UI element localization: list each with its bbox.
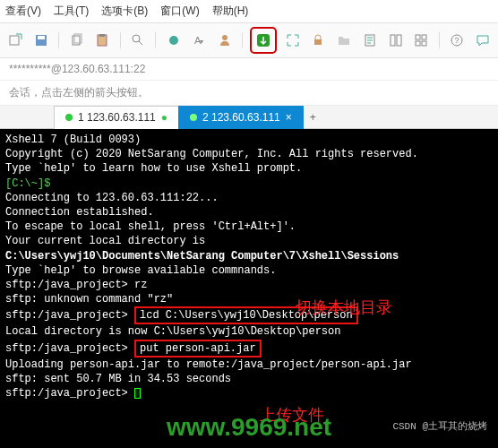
tab-label: 1 123.60.63.111 xyxy=(78,111,156,124)
folder-icon[interactable] xyxy=(334,30,355,51)
svg-rect-17 xyxy=(416,35,420,39)
terminal-line: To escape to local shell, press 'Ctrl+Al… xyxy=(5,220,493,234)
menu-tools[interactable]: 工具(T) xyxy=(54,4,89,19)
svg-rect-2 xyxy=(38,36,45,39)
copy-icon[interactable] xyxy=(66,30,87,51)
terminal-line: sftp:/java_project> xyxy=(5,386,493,401)
menu-help[interactable]: 帮助(H) xyxy=(212,4,249,19)
svg-rect-18 xyxy=(422,35,426,39)
grid-icon[interactable] xyxy=(411,30,432,51)
terminal-line: [C:\~]$ xyxy=(5,177,493,191)
add-tab-button[interactable]: + xyxy=(303,109,323,125)
terminal-line: Type `help' to browse available commnand… xyxy=(5,263,493,278)
chat-icon[interactable] xyxy=(472,30,493,51)
file-transfer-icon[interactable] xyxy=(253,30,274,51)
toolbar-divider xyxy=(120,32,121,48)
address-bar[interactable]: **********@123.60.63.111:22 xyxy=(0,58,498,81)
svg-rect-13 xyxy=(314,39,322,45)
fullscreen-icon[interactable] xyxy=(282,30,303,51)
toolbar: A▾ ? xyxy=(0,23,498,58)
annotation-upload: 上传文件 xyxy=(260,405,324,426)
terminal-line: sftp:/java_project> lcd C:\Users\ywj10\D… xyxy=(5,306,493,324)
tab-session-2[interactable]: 2 123.60.63.111 × xyxy=(178,106,304,129)
menu-tabs[interactable]: 选项卡(B) xyxy=(101,4,148,19)
toolbar-divider xyxy=(439,32,440,48)
terminal-line: Your current local directory is xyxy=(5,234,493,248)
toolbar-divider xyxy=(155,32,156,48)
user-icon[interactable] xyxy=(215,30,236,51)
save-icon[interactable] xyxy=(31,30,52,51)
terminal-line: Local directory is now C:\Users\ywj10\De… xyxy=(5,324,493,339)
site-watermark: www.9969.net xyxy=(0,410,498,444)
menu-view[interactable]: 查看(V) xyxy=(5,4,41,19)
tab-bar: 1 123.60.63.111 ● 2 123.60.63.111 × + xyxy=(0,106,498,129)
menu-bar: 查看(V) 工具(T) 选项卡(B) 窗口(W) 帮助(H) xyxy=(0,0,498,23)
transfer-button-highlight xyxy=(250,27,277,54)
svg-rect-0 xyxy=(10,36,19,45)
new-session-icon[interactable] xyxy=(5,30,26,51)
layout-icon[interactable] xyxy=(385,30,406,51)
terminal-line: Type `help' to learn how to use Xshell p… xyxy=(5,161,493,176)
svg-rect-6 xyxy=(99,34,105,37)
terminal-line: sftp: sent 50.7 MB in 34.53 seconds xyxy=(5,372,493,386)
terminal-line: Connection established. xyxy=(5,205,493,220)
svg-point-8 xyxy=(169,36,178,45)
close-icon[interactable]: × xyxy=(286,112,292,123)
lock-icon[interactable] xyxy=(308,30,329,51)
terminal-line: sftp:/java_project> rz xyxy=(5,278,493,292)
terminal-line: C:\Users\ywj10\Documents\NetSarang Compu… xyxy=(5,249,493,263)
svg-rect-19 xyxy=(416,41,420,46)
tab-session-1[interactable]: 1 123.60.63.111 ● xyxy=(54,106,179,129)
prompt: [C:\~]$ xyxy=(5,177,50,190)
terminal-line: Connecting to 123.60.63.111:22... xyxy=(5,191,493,205)
svg-text:▾: ▾ xyxy=(200,38,203,46)
paste-icon[interactable] xyxy=(92,30,113,51)
status-dot-icon xyxy=(65,114,73,121)
annotation-switch-dir: 切换本地目录 xyxy=(296,297,392,319)
terminal-line: sftp:/java_project> put person-api.jar xyxy=(5,340,493,358)
svg-point-7 xyxy=(133,35,140,42)
cursor xyxy=(134,388,141,399)
toolbar-divider xyxy=(58,32,59,48)
terminal-line: sftp: unknown command "rz" xyxy=(5,292,493,306)
svg-text:?: ? xyxy=(454,36,459,45)
toolbar-divider xyxy=(242,32,243,48)
terminal-line: Xshell 7 (Build 0093) xyxy=(5,133,493,147)
highlight-put-command: put person-api.jar xyxy=(134,340,262,358)
status-dot-icon xyxy=(190,114,197,121)
font-icon[interactable]: A▾ xyxy=(189,30,210,51)
svg-rect-20 xyxy=(422,41,426,46)
find-icon[interactable] xyxy=(128,30,149,51)
menu-window[interactable]: 窗口(W) xyxy=(160,4,199,19)
svg-point-11 xyxy=(222,35,228,40)
terminal[interactable]: Xshell 7 (Build 0093) Copyright (c) 2020… xyxy=(0,129,498,448)
tab-marker: ● xyxy=(161,111,167,124)
help-icon[interactable]: ? xyxy=(447,30,468,51)
svg-rect-15 xyxy=(391,35,395,46)
svg-rect-16 xyxy=(397,35,401,46)
csdn-watermark: CSDN @土耳其的烧烤 xyxy=(392,420,487,434)
session-hint: 会话，点击左侧的箭头按钮。 xyxy=(0,81,498,106)
tab-label: 2 123.60.63.111 xyxy=(202,111,280,124)
terminal-line: Copyright (c) 2020 NetSarang Computer, I… xyxy=(5,147,493,161)
terminal-line: Uploading person-api.jar to remote:/java… xyxy=(5,358,493,372)
script-icon[interactable] xyxy=(360,30,381,51)
color-icon[interactable] xyxy=(163,30,184,51)
